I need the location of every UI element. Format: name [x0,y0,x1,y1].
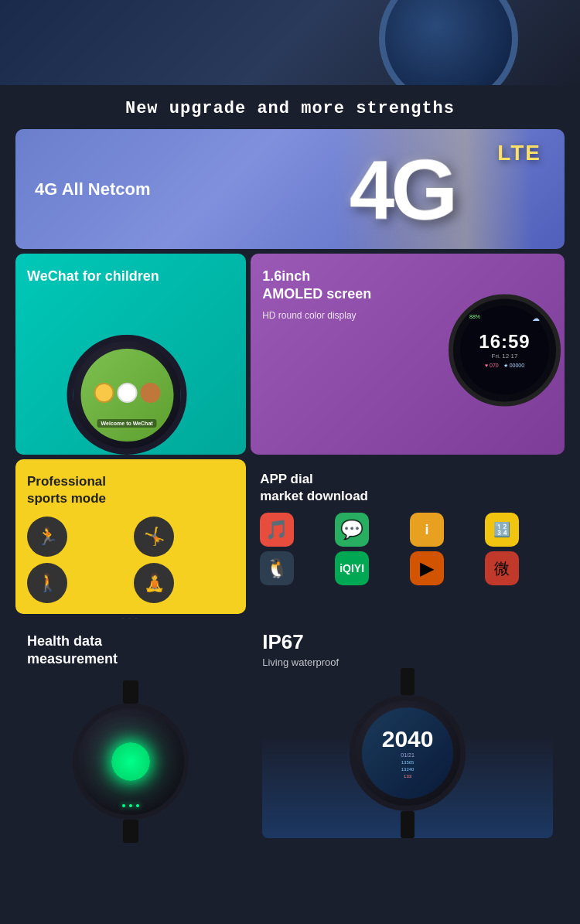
app-icon-1: 🎵 [260,513,294,547]
app-icon-5: 🐧 [260,551,294,585]
laser-dot-3 [136,804,139,807]
top-watch-decoration [0,0,580,85]
ip67-stat1: 13565 [401,760,415,765]
amoled-stats: ♥ 070 ★ 00000 [485,363,524,369]
app-icon-7: ▶ [410,551,444,585]
ip67-stat2: 13240 [401,767,415,772]
4g-graphic: LTE 4G [235,129,565,249]
wechat-watch-face: Welcome to WeChat [67,335,187,455]
ip67-cell: IP67 Living waterproof 2040 01/21 13565 [251,619,565,843]
health-title: Health data measurement [27,632,234,669]
ip67-screen: 2040 01/21 13565 13240 133 [362,707,453,799]
page-container: New upgrade and more strengths 4G All Ne… [15,85,565,858]
laser-dot-1 [122,804,125,807]
top-watch-circle [379,0,518,85]
4g-netcom-cell: 4G All Netcom LTE 4G [15,129,565,249]
ip67-stats-2: 13240 [401,767,415,772]
app-icons-grid: 🎵 💬 i 🔢 🐧 iQIYI ▶ 微 [260,513,555,585]
laser-dot-2 [129,804,132,807]
health-band-bot [123,820,138,843]
amoled-battery: 88% [469,314,480,319]
health-title-text: Health data measurement [27,633,118,667]
amoled-cell: 1.6inch AMOLED screen HD round color dis… [251,254,565,455]
wechat-title: WeChat for children [27,268,234,285]
health-cell: Health data measurement [15,619,246,843]
amoled-steps: ★ 00000 [503,363,524,369]
app-icon-6: iQIYI [335,551,369,585]
app-icon-8: 微 [485,551,519,585]
feature-grid: 4G All Netcom LTE 4G WeChat for children [15,129,565,843]
appdial-title-text: APP dial market download [260,472,368,503]
ip67-watch-face: 2040 01/21 13565 13240 133 [350,695,466,811]
sports-icons: 🏃 🤸 🚶 🧘 [27,517,234,603]
lte-text: LTE [497,141,541,165]
wechat-watch: Welcome to WeChat [67,335,195,455]
sport-icon-stretch: 🧘 [134,563,174,603]
ip67-stats-3: 133 [404,774,411,779]
amoled-watch: 88% ☁ 16:59 Fri. 12·17 ♥ 070 ★ 00000 [449,295,565,414]
app-icon-4: 🔢 [485,513,519,547]
ip67-watch-wrap: 2040 01/21 13565 13240 133 [262,668,553,838]
health-sensor [111,742,150,781]
health-watch-face [73,704,189,820]
row-2: WeChat for children Welcome to WeChat [15,254,565,455]
appdial-title: APP dial market download [260,471,555,505]
ip67-date: 01/21 [401,752,415,758]
row-4: Health data measurement [15,619,565,843]
wechat-screen-label: Welcome to WeChat [97,419,157,428]
amoled-screen: 88% ☁ 16:59 Fri. 12·17 ♥ 070 ★ 00000 [460,306,549,395]
health-watch [53,680,208,843]
amoled-title-text: 1.6inch AMOLED screen [262,268,371,302]
amoled-weather-icon: ☁ [532,314,540,322]
health-band-top [123,680,138,704]
appdial-cell: APP dial market download 🎵 💬 i 🔢 🐧 iQIYI… [251,459,565,614]
headline: New upgrade and more strengths [15,85,565,129]
app-icon-3: i [410,513,444,547]
amoled-heart: ♥ 070 [485,363,499,369]
ip67-time: 2040 [382,728,434,751]
amoled-time: 16:59 [479,332,530,351]
ip67-stats: 13565 [401,760,415,765]
ip67-stat3: 133 [404,774,411,779]
amoled-watch-face: 88% ☁ 16:59 Fri. 12·17 ♥ 070 ★ 00000 [449,295,561,407]
row-3: Professional sports mode 🏃 🤸 🚶 🧘 ... APP… [15,459,565,614]
app-icon-2: 💬 [335,513,369,547]
sport-icon-walk: 🚶 [27,563,67,603]
ip67-subtitle: Living waterproof [262,656,553,668]
sport-icon-sprint: 🤸 [134,517,174,557]
sports-title: Professional sports mode [27,473,234,507]
sports-cell: Professional sports mode 🏃 🤸 🚶 🧘 ... [15,459,246,614]
amoled-date: Fri. 12·17 [492,353,518,360]
4g-text: 4G [349,145,454,234]
sports-title-text: Professional sports mode [27,474,106,506]
sport-icon-run: 🏃 [27,517,67,557]
ip67-title: IP67 [262,630,553,654]
4g-netcom-title: 4G All Netcom [15,164,170,215]
wechat-screen: Welcome to WeChat [80,349,173,442]
health-laser-dots [122,804,139,807]
wechat-cell: WeChat for children Welcome to WeChat [15,254,246,455]
